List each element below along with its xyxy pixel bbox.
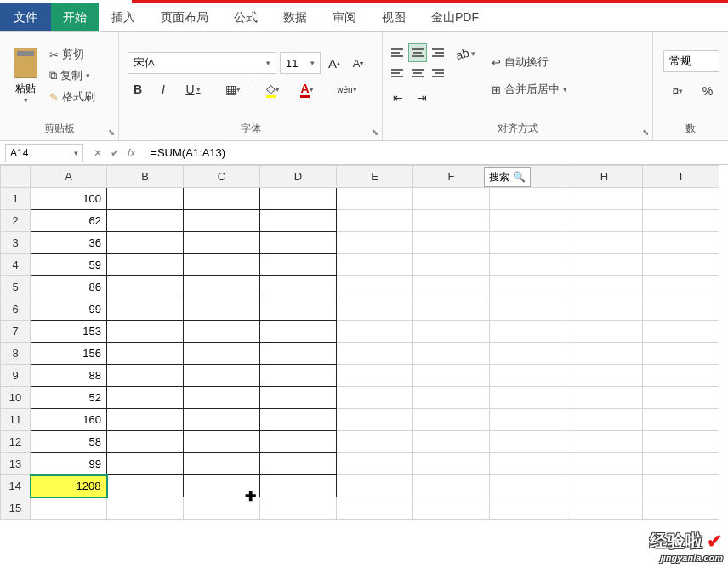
- cell[interactable]: [490, 232, 566, 254]
- cell[interactable]: 153: [31, 321, 107, 343]
- cell[interactable]: [566, 387, 643, 409]
- row-header[interactable]: 5: [1, 276, 31, 298]
- cell[interactable]: [260, 210, 337, 232]
- align-top-left[interactable]: [388, 43, 407, 62]
- paste-button[interactable]: 粘贴 ▾: [5, 46, 46, 105]
- cell[interactable]: [260, 431, 337, 453]
- column-header[interactable]: C: [184, 166, 260, 188]
- row-header[interactable]: 12: [1, 431, 31, 453]
- tab-pdf[interactable]: 金山PDF: [418, 3, 492, 31]
- cell[interactable]: [337, 188, 413, 210]
- cell[interactable]: [566, 188, 643, 210]
- cell[interactable]: [566, 276, 643, 298]
- cell[interactable]: [337, 497, 413, 520]
- cell[interactable]: 99: [31, 453, 107, 475]
- cell[interactable]: [184, 343, 260, 365]
- cell[interactable]: [643, 475, 719, 497]
- cell[interactable]: [643, 365, 719, 387]
- dialog-launcher-icon[interactable]: ⬊: [108, 128, 115, 137]
- cell[interactable]: [184, 321, 260, 343]
- cell[interactable]: [490, 453, 566, 475]
- format-painter-button[interactable]: ✎格式刷: [46, 88, 99, 106]
- tab-home[interactable]: 开始: [51, 3, 99, 31]
- enter-button[interactable]: ✔: [111, 147, 119, 159]
- cell[interactable]: [490, 210, 566, 232]
- cell[interactable]: [566, 431, 643, 453]
- cell[interactable]: [566, 254, 643, 276]
- cell[interactable]: [107, 276, 184, 298]
- cell[interactable]: 58: [31, 431, 107, 453]
- cell[interactable]: [643, 232, 719, 254]
- cell[interactable]: [107, 343, 184, 365]
- tab-review[interactable]: 审阅: [320, 3, 369, 31]
- cell[interactable]: [643, 254, 719, 276]
- cell[interactable]: [337, 276, 413, 298]
- cell[interactable]: [413, 298, 490, 321]
- column-header[interactable]: A: [31, 166, 107, 188]
- cell[interactable]: [337, 475, 413, 497]
- cell[interactable]: [337, 232, 413, 254]
- row-header[interactable]: 3: [1, 232, 31, 254]
- cell[interactable]: [413, 453, 490, 475]
- cell[interactable]: [566, 298, 643, 321]
- cell[interactable]: [643, 188, 719, 210]
- cell[interactable]: [413, 475, 490, 497]
- cell[interactable]: [107, 298, 184, 321]
- tab-insert[interactable]: 插入: [99, 3, 148, 31]
- name-box[interactable]: A14▾: [5, 144, 83, 162]
- increase-font-button[interactable]: A▴: [324, 53, 344, 73]
- cell[interactable]: [107, 409, 184, 431]
- cell[interactable]: [337, 343, 413, 365]
- cell[interactable]: [490, 343, 566, 365]
- cell[interactable]: [184, 387, 260, 409]
- cell[interactable]: [337, 431, 413, 453]
- cell[interactable]: [184, 497, 260, 520]
- cell[interactable]: [260, 387, 337, 409]
- cell[interactable]: [337, 298, 413, 321]
- align-top-center[interactable]: [408, 43, 427, 62]
- row-header[interactable]: 13: [1, 453, 31, 475]
- formula-input[interactable]: =SUM(A1:A13): [144, 146, 728, 159]
- cell[interactable]: [337, 210, 413, 232]
- cell[interactable]: [566, 475, 643, 497]
- cell[interactable]: [566, 321, 643, 343]
- active-cell[interactable]: 1208: [31, 475, 107, 497]
- cell[interactable]: [643, 298, 719, 321]
- cell[interactable]: [107, 475, 184, 497]
- cell[interactable]: [337, 409, 413, 431]
- cell[interactable]: [260, 343, 337, 365]
- cell[interactable]: [643, 387, 719, 409]
- column-header[interactable]: H: [566, 166, 643, 188]
- cell[interactable]: [643, 453, 719, 475]
- row-header[interactable]: 10: [1, 387, 31, 409]
- cell[interactable]: 156: [31, 343, 107, 365]
- cell[interactable]: [260, 475, 337, 497]
- cell[interactable]: [184, 298, 260, 321]
- row-header[interactable]: 11: [1, 409, 31, 431]
- cell[interactable]: [107, 254, 184, 276]
- cell[interactable]: [413, 409, 490, 431]
- number-format-select[interactable]: 常规: [663, 50, 719, 72]
- align-left[interactable]: [388, 64, 407, 82]
- column-header[interactable]: F: [413, 166, 490, 188]
- cell[interactable]: [413, 431, 490, 453]
- column-header[interactable]: E: [337, 166, 413, 188]
- cell[interactable]: [184, 276, 260, 298]
- select-all-corner[interactable]: [1, 166, 31, 188]
- cell[interactable]: [184, 232, 260, 254]
- cell[interactable]: [184, 365, 260, 387]
- cell[interactable]: [184, 188, 260, 210]
- cell[interactable]: 62: [31, 210, 107, 232]
- cell[interactable]: [490, 276, 566, 298]
- tab-layout[interactable]: 页面布局: [148, 3, 221, 31]
- cell[interactable]: [490, 497, 566, 520]
- cell[interactable]: [490, 365, 566, 387]
- merge-center-button[interactable]: ⊞合并后居中▾: [488, 80, 571, 99]
- row-header[interactable]: 14: [1, 475, 31, 497]
- accounting-button[interactable]: ¤▾: [663, 81, 692, 101]
- cell[interactable]: [566, 210, 643, 232]
- cell[interactable]: [566, 365, 643, 387]
- cell[interactable]: [107, 210, 184, 232]
- cell[interactable]: 59: [31, 254, 107, 276]
- cell[interactable]: [490, 188, 566, 210]
